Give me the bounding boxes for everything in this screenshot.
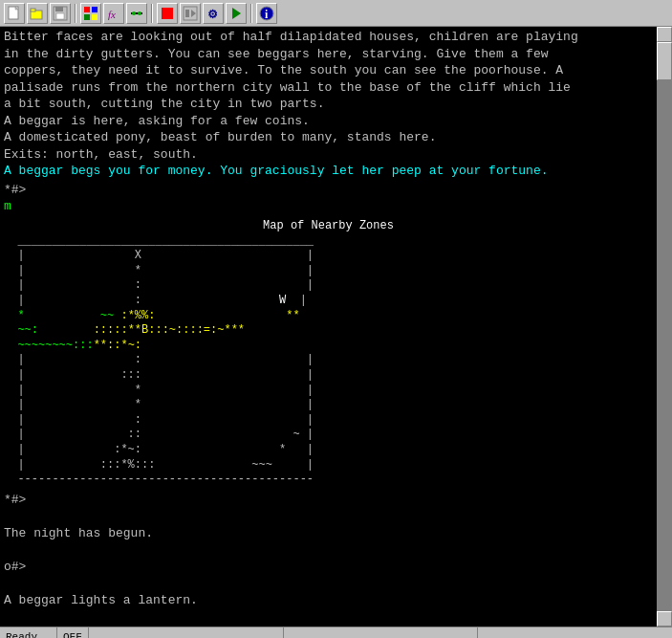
- statusbar: Ready OFF: [0, 627, 672, 638]
- svg-text:fx: fx: [108, 9, 116, 20]
- map-line-3: | : |: [4, 278, 653, 294]
- save-button[interactable]: [50, 3, 71, 24]
- desc-line-8: Exits: north, east, south.: [4, 146, 653, 164]
- scrollbar[interactable]: ▲ ▼: [657, 27, 672, 627]
- scrollbar-thumb[interactable]: [657, 42, 672, 80]
- map-line-7: ~~~~~~~~:::**::*~:: [4, 339, 653, 354]
- map-line-14: | :*~: * |: [4, 443, 653, 458]
- script-button[interactable]: fx: [103, 3, 124, 24]
- prompt-3: o#>: [4, 559, 653, 576]
- desc-line-1: Bitter faces are looking out of half dil…: [4, 29, 653, 46]
- map-line-4: | : W |: [4, 294, 653, 309]
- status-off: OFF: [57, 627, 89, 638]
- map-line-8: | : |: [4, 353, 653, 368]
- map-title: Map of Nearby Zones: [4, 219, 653, 234]
- desc-line-7: A domesticated pony, beast of burden to …: [4, 129, 653, 146]
- svg-rect-7: [84, 7, 90, 12]
- status-empty-2: [284, 627, 479, 638]
- scroll-up-button[interactable]: ▲: [657, 27, 672, 42]
- map-line-10: | * |: [4, 384, 653, 399]
- map-border-top: ________________________________________…: [4, 234, 653, 250]
- prompt-4: !#>: [4, 626, 653, 627]
- desc-line-6: A beggar is here, asking for a few coins…: [4, 113, 653, 130]
- map-line-11: | * |: [4, 398, 653, 413]
- desc-line-4: palisade runs from the northern city wal…: [4, 79, 653, 97]
- lantern-message: A beggar lights a lantern.: [4, 592, 653, 609]
- info-button[interactable]: i: [256, 3, 277, 24]
- svg-point-13: [132, 11, 136, 15]
- map-line-13: | :: ~ |: [4, 428, 653, 443]
- map-line-12: | : |: [4, 413, 653, 429]
- spacer-4: [4, 609, 653, 627]
- spacer-2: [4, 541, 653, 559]
- svg-rect-9: [84, 14, 90, 20]
- svg-text:⚙: ⚙: [207, 8, 218, 21]
- new-button[interactable]: [4, 3, 25, 24]
- svg-rect-17: [185, 10, 189, 17]
- desc-line-5: a bit south, cutting the city in two par…: [4, 96, 653, 113]
- map-line-9: | ::: |: [4, 368, 653, 384]
- scroll-down-button[interactable]: ▼: [657, 611, 672, 627]
- toolbar: fx ⚙ i: [0, 0, 672, 27]
- svg-rect-10: [92, 14, 98, 20]
- status-empty-3: [478, 627, 672, 638]
- map-border-bottom: ----------------------------------------…: [4, 473, 653, 488]
- svg-marker-20: [232, 8, 241, 19]
- map-line-1: | X |: [4, 249, 653, 264]
- night-message: The night has begun.: [4, 525, 653, 542]
- map-line-15: | :::*%::: ~~~ |: [4, 458, 653, 473]
- beggar-message: A beggar begs you for money. You graciou…: [4, 163, 653, 180]
- connect-button[interactable]: [126, 3, 147, 24]
- color-button[interactable]: [80, 3, 101, 24]
- macro-button[interactable]: ⚙: [203, 3, 224, 24]
- svg-rect-3: [31, 9, 35, 11]
- separator-1: [75, 4, 76, 23]
- svg-point-14: [138, 11, 141, 15]
- separator-2: [151, 4, 153, 23]
- scrollbar-track[interactable]: [657, 42, 672, 611]
- separator-3: [250, 4, 252, 23]
- status-ready: Ready: [0, 627, 57, 638]
- status-empty-1: [89, 627, 284, 638]
- desc-line-3: coppers, they need it to survive. To the…: [4, 62, 653, 79]
- command-m: m: [4, 198, 653, 215]
- record-button[interactable]: [180, 3, 201, 24]
- prompt-2: *#>: [4, 492, 653, 509]
- terminal[interactable]: Bitter faces are looking out of half dil…: [0, 27, 657, 627]
- map-line-6: ~~: :::::**B:::~::::=:~***: [4, 323, 653, 339]
- prompt-1: *#>: [4, 182, 653, 199]
- description-block: Bitter faces are looking out of half dil…: [4, 29, 653, 180]
- open-button[interactable]: [27, 3, 48, 24]
- desc-line-2: in the dirty gutters. You can see beggar…: [4, 46, 653, 63]
- svg-rect-8: [92, 7, 98, 12]
- svg-rect-6: [56, 13, 64, 19]
- svg-rect-15: [162, 8, 173, 19]
- map-line-5: * ~~ :*%%: **: [4, 309, 653, 324]
- play-button[interactable]: [226, 3, 247, 24]
- spacer-3: [4, 575, 653, 592]
- main-container: Bitter faces are looking out of half dil…: [0, 27, 672, 627]
- map-container: Map of Nearby Zones ____________________…: [4, 219, 653, 488]
- spacer-1: [4, 508, 653, 525]
- svg-rect-5: [55, 7, 63, 11]
- map-line-2: | * |: [4, 264, 653, 279]
- stop-button[interactable]: [157, 3, 178, 24]
